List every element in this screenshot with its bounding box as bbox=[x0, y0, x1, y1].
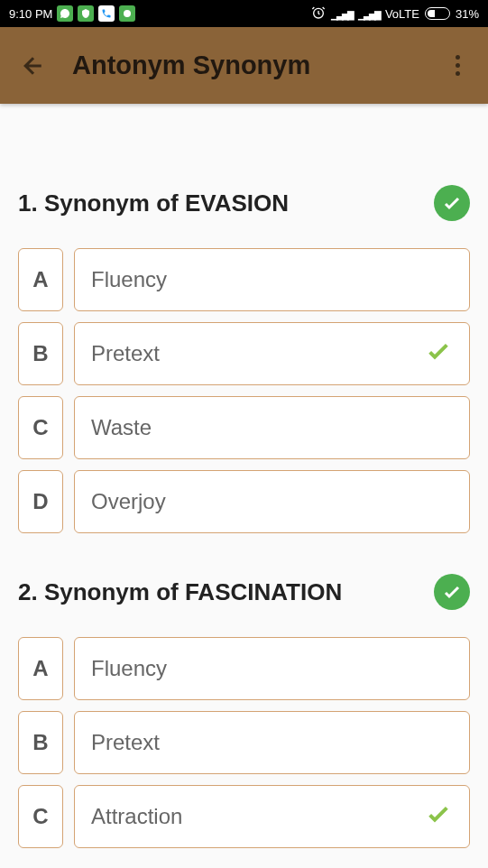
whatsapp-icon bbox=[57, 5, 73, 22]
option-text[interactable]: Waste bbox=[74, 396, 470, 459]
check-icon bbox=[424, 799, 453, 834]
alarm-icon bbox=[311, 5, 326, 23]
option-letter[interactable]: C bbox=[18, 785, 63, 848]
option-letter[interactable]: C bbox=[18, 396, 63, 459]
option-row: CAttraction bbox=[18, 785, 470, 848]
option-text-label: Fluency bbox=[91, 267, 167, 292]
option-letter[interactable]: B bbox=[18, 711, 63, 774]
option-letter[interactable]: A bbox=[18, 248, 63, 311]
svg-point-0 bbox=[124, 10, 131, 17]
question-text: 1. Synonym of EVASION bbox=[18, 189, 289, 217]
option-letter[interactable]: B bbox=[18, 322, 63, 385]
option-row: DOverjoy bbox=[18, 470, 470, 533]
status-left: 9:10 PM bbox=[9, 5, 135, 22]
option-letter[interactable]: A bbox=[18, 637, 63, 700]
option-row: BPretext bbox=[18, 322, 470, 385]
question-header: 1. Synonym of EVASION bbox=[18, 185, 470, 221]
battery-icon bbox=[425, 7, 450, 20]
check-icon bbox=[424, 337, 453, 371]
question-block: 2. Synonym of FASCINATIONAFluencyBPretex… bbox=[18, 574, 470, 848]
correct-badge-icon bbox=[434, 185, 470, 221]
option-text[interactable]: Fluency bbox=[74, 248, 470, 311]
option-text-label: Fluency bbox=[91, 656, 167, 681]
option-row: BPretext bbox=[18, 711, 470, 774]
shield-icon bbox=[78, 5, 94, 22]
option-text[interactable]: Pretext bbox=[74, 711, 470, 774]
content-area: 1. Synonym of EVASIONAFluencyBPretextCWa… bbox=[0, 104, 488, 848]
option-text-label: Overjoy bbox=[91, 489, 166, 514]
question-header: 2. Synonym of FASCINATION bbox=[18, 574, 470, 610]
status-bar: 9:10 PM VoLTE 31% bbox=[0, 0, 488, 27]
menu-button[interactable] bbox=[447, 55, 468, 77]
app-icon bbox=[119, 5, 135, 22]
phone-icon bbox=[98, 5, 115, 22]
question-block: 1. Synonym of EVASIONAFluencyBPretextCWa… bbox=[18, 185, 470, 533]
status-right: VoLTE 31% bbox=[311, 5, 479, 23]
option-row: AFluency bbox=[18, 637, 470, 700]
option-text-label: Attraction bbox=[91, 804, 182, 829]
signal-icon-2 bbox=[358, 7, 380, 21]
status-time: 9:10 PM bbox=[9, 7, 52, 21]
option-text[interactable]: Fluency bbox=[74, 637, 470, 700]
signal-icon-1 bbox=[331, 7, 353, 21]
option-text-label: Waste bbox=[91, 415, 152, 440]
volte-label: VoLTE bbox=[385, 7, 419, 21]
page-title: Antonym Synonym bbox=[72, 51, 310, 80]
option-text[interactable]: Attraction bbox=[74, 785, 470, 848]
option-text-label: Pretext bbox=[91, 730, 160, 755]
battery-percent: 31% bbox=[456, 7, 479, 21]
option-row: AFluency bbox=[18, 248, 470, 311]
app-header: Antonym Synonym bbox=[0, 27, 488, 104]
correct-badge-icon bbox=[434, 574, 470, 610]
option-text[interactable]: Overjoy bbox=[74, 470, 470, 533]
question-text: 2. Synonym of FASCINATION bbox=[18, 578, 342, 606]
option-text[interactable]: Pretext bbox=[74, 322, 470, 385]
back-button[interactable] bbox=[20, 52, 47, 79]
option-text-label: Pretext bbox=[91, 341, 160, 366]
option-row: CWaste bbox=[18, 396, 470, 459]
option-letter[interactable]: D bbox=[18, 470, 63, 533]
